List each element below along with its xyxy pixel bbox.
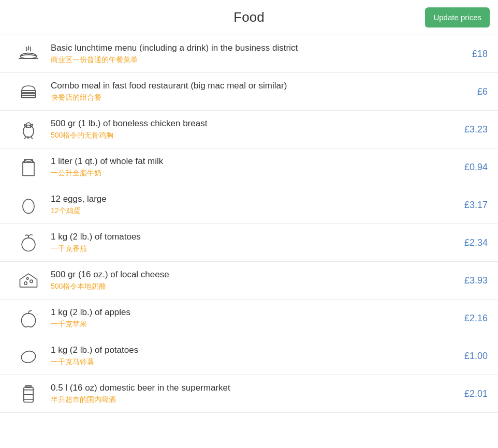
food-name-english: 500 gr (1 lb.) of boneless chicken breas… [51,118,446,129]
food-item: Combo meal in fast food restaurant (big … [0,73,498,111]
svg-point-12 [22,238,35,251]
food-name-english: Basic lunchtime menu (including a drink)… [51,43,446,53]
food-price: £3.17 [446,200,488,211]
food-name-chinese: 500格令本地奶酪 [51,282,446,291]
food-name-chinese: 一千克马铃薯 [51,357,446,367]
food-price: £18 [446,49,488,59]
food-info: 500 gr (16 oz.) of local cheese 500格令本地奶… [47,270,446,291]
food-info: 12 eggs, large 12个鸡蛋 [47,194,446,216]
food-name-chinese: 一千克番茄 [51,244,446,253]
food-price: £2.16 [446,313,488,324]
page-title: Food [233,9,264,25]
cheese-icon [10,269,47,292]
svg-point-15 [30,280,33,283]
burger-icon [10,80,47,103]
lunch-tray-icon [10,42,47,65]
food-item: 1 kg (2 lb.) of potatoes 一千克马铃薯 £1.00 [0,337,498,375]
food-name-chinese: 12个鸡蛋 [51,206,446,216]
food-item: 500 gr (1 lb.) of boneless chicken breas… [0,111,498,148]
food-price: £0.94 [446,162,488,173]
food-name-chinese: 商业区一份普通的午餐菜单 [51,55,446,65]
food-item: Basic lunchtime menu (including a drink)… [0,35,498,73]
food-info: 500 gr (1 lb.) of boneless chicken breas… [47,118,446,140]
food-info: 1 kg (2 lb.) of tomatoes 一千克番茄 [47,232,446,253]
food-name-english: Combo meal in fast food restaurant (big … [51,81,446,91]
food-name-chinese: 半升超市的国内啤酒 [51,395,446,405]
food-item: 1 kg (2 lb.) of tomatoes 一千克番茄 £2.34 [0,224,498,262]
svg-point-0 [20,55,36,58]
beer-icon [10,382,47,405]
food-price: £2.01 [446,389,488,399]
page-container: Food Update prices Basic lunchtime menu … [0,0,498,448]
food-name-english: 1 kg (2 lb.) of tomatoes [51,232,446,242]
food-info: 1 kg (2 lb.) of potatoes 一千克马铃薯 [47,345,446,367]
food-name-chinese: 一千克苹果 [51,320,446,329]
food-name-english: 12 eggs, large [51,194,446,204]
food-info: 1 liter (1 qt.) of whole fat milk 一公升全脂牛… [47,156,446,178]
food-item: 0.5 l (16 oz) domestic beer in the super… [0,375,498,413]
header: Food Update prices [0,0,498,35]
egg-icon [10,193,47,216]
update-prices-button[interactable]: Update prices [425,7,490,28]
food-item: 1 liter (1 qt.) of whole fat milk 一公升全脂牛… [0,148,498,186]
food-name-english: 1 kg (2 lb.) of potatoes [51,345,446,355]
svg-point-5 [23,125,34,138]
svg-point-11 [23,199,34,214]
food-item: 500 gr (16 oz.) of local cheese 500格令本地奶… [0,262,498,300]
food-name-english: 1 kg (2 lb.) of apples [51,307,446,318]
food-price: £2.34 [446,237,488,248]
svg-rect-2 [21,91,36,93]
chicken-icon [10,118,47,141]
svg-marker-13 [20,274,37,287]
tomato-icon [10,231,47,254]
food-price: £1.00 [446,351,488,362]
svg-point-14 [24,282,27,285]
food-name-chinese: 500格令的无骨鸡胸 [51,131,446,140]
food-info: 1 kg (2 lb.) of apples 一千克苹果 [47,307,446,329]
svg-rect-4 [21,95,36,98]
food-info: Basic lunchtime menu (including a drink)… [47,43,446,65]
svg-point-17 [20,350,37,364]
food-name-chinese: 快餐店的组合餐 [51,93,446,102]
food-price: £6 [446,86,488,97]
food-name-english: 500 gr (16 oz.) of local cheese [51,270,446,280]
svg-point-16 [26,278,28,280]
food-info: Combo meal in fast food restaurant (big … [47,81,446,102]
food-name-english: 0.5 l (16 oz) domestic beer in the super… [51,383,446,393]
food-info: 0.5 l (16 oz) domestic beer in the super… [47,383,446,405]
food-name-english: 1 liter (1 qt.) of whole fat milk [51,156,446,167]
food-item: 1 kg (2 lb.) of apples 一千克苹果 £2.16 [0,300,498,337]
svg-rect-22 [26,385,32,387]
food-name-chinese: 一公升全脂牛奶 [51,169,446,178]
food-list: Basic lunchtime menu (including a drink)… [0,35,498,413]
potato-icon [10,345,47,367]
food-price: £3.93 [446,275,488,286]
food-item: 12 eggs, large 12个鸡蛋 £3.17 [0,186,498,224]
food-price: £3.23 [446,124,488,135]
milk-icon [10,156,47,178]
apple-icon [10,307,47,330]
